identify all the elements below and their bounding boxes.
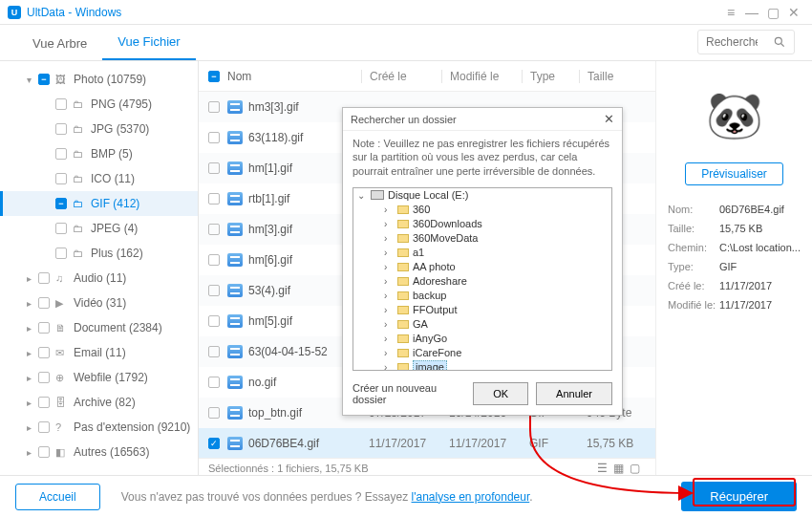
view-list-icon[interactable]: ☰ [597, 462, 608, 475]
preview-button[interactable]: Prévisualiser [685, 162, 783, 185]
dialog-folder-item[interactable]: ›FFOutput [353, 303, 611, 317]
svg-point-0 [775, 37, 781, 44]
app-logo-icon: U [8, 6, 21, 19]
row-checkbox[interactable] [208, 101, 220, 113]
file-icon [227, 223, 243, 236]
prev-created-label: Créé le: [668, 277, 717, 294]
file-icon [227, 437, 243, 450]
new-folder-link[interactable]: Créer un nouveau dossier [353, 382, 458, 405]
row-checkbox[interactable] [208, 346, 220, 357]
prev-modified-value: 11/17/2017 [719, 296, 801, 313]
select-all-checkbox[interactable] [208, 71, 220, 82]
tree-label: Photo (10759) [74, 73, 146, 86]
prev-size-value: 15,75 KB [719, 220, 801, 237]
bottom-bar: Accueil Vous n'avez pas trouvé vos donné… [0, 475, 812, 517]
dialog-folder-item[interactable]: ›iAnyGo [353, 332, 611, 346]
col-created[interactable]: Créé le [361, 70, 441, 83]
tree-cat-email[interactable]: ▸✉Email (11) [0, 340, 198, 365]
prev-modified-label: Modifié le: [668, 296, 717, 313]
row-checkbox[interactable] [208, 193, 220, 205]
row-checkbox[interactable] [208, 285, 220, 296]
preview-panel: 🐼 Prévisualiser Nom:06D76BE4.gif Taille:… [655, 61, 812, 477]
tree-item-plus[interactable]: 🗀Plus (162) [0, 241, 198, 266]
dialog-folder-item[interactable]: ›a1 [353, 246, 611, 260]
file-icon [227, 284, 243, 297]
sidebar-tree[interactable]: ▾🖼 Photo (10759) 🗀PNG (4795) 🗀JPG (5370)… [0, 61, 199, 477]
tree-cat-noext[interactable]: ▸?Pas d'extension (9210) [0, 415, 198, 440]
view-large-icon[interactable]: ▢ [630, 462, 640, 475]
search-box[interactable] [697, 30, 795, 54]
tree-item-jpg[interactable]: 🗀JPG (5370) [0, 117, 198, 141]
row-checkbox[interactable] [208, 377, 220, 388]
dialog-cancel-button[interactable]: Annuler [536, 382, 612, 405]
table-row[interactable]: 06D76BE4.gif11/17/201711/17/2017GIF15,75… [199, 428, 655, 458]
file-type: GIF [522, 437, 579, 450]
tree-root-photo[interactable]: ▾🖼 Photo (10759) [0, 67, 198, 92]
list-header: Nom Créé le Modifié le Type Taille [199, 61, 655, 92]
col-size[interactable]: Taille [579, 70, 646, 83]
dialog-drive-root[interactable]: ⌄Disque Local (E:) [353, 188, 611, 203]
col-modified[interactable]: Modifié le [441, 70, 522, 83]
file-icon [227, 131, 243, 144]
dialog-folder-item[interactable]: ›Adoreshare [353, 274, 611, 289]
row-checkbox[interactable] [208, 254, 220, 266]
dialog-title: Rechercher un dossier [351, 114, 457, 125]
file-icon [227, 192, 243, 205]
tree-item-gif[interactable]: 🗀GIF (412) [0, 191, 198, 216]
titlebar: U UltData - Windows ≡ — ▢ ✕ [0, 0, 812, 25]
dialog-note: Note : Veuillez ne pas enregistrer les f… [343, 131, 622, 183]
row-checkbox[interactable] [208, 407, 220, 419]
svg-line-1 [781, 44, 784, 47]
dialog-folder-item[interactable]: ›image [353, 360, 611, 371]
prev-size-label: Taille: [668, 220, 717, 237]
file-icon [227, 162, 243, 175]
row-checkbox[interactable] [208, 132, 220, 143]
tree-item-jpeg[interactable]: 🗀JPEG (4) [0, 216, 198, 241]
row-checkbox[interactable] [208, 224, 220, 235]
dialog-folder-item[interactable]: ›AA photo [353, 260, 611, 274]
tab-tree-view[interactable]: Vue Arbre [17, 27, 102, 60]
prev-path-label: Chemin: [668, 239, 717, 256]
file-size: 15,75 KB [579, 437, 646, 450]
prev-created-value: 11/17/2017 [719, 277, 801, 294]
tree-item-bmp[interactable]: 🗀BMP (5) [0, 141, 198, 166]
home-button[interactable]: Accueil [15, 484, 100, 510]
status-text: Sélectionnés : 1 fichiers, 15,75 KB [208, 463, 369, 474]
close-button[interactable]: ✕ [783, 2, 804, 23]
tree-cat-others[interactable]: ▸◧Autres (16563) [0, 440, 198, 464]
recover-button[interactable]: Récupérer [681, 482, 797, 511]
dialog-ok-button[interactable]: OK [473, 382, 528, 405]
status-bar: Sélectionnés : 1 fichiers, 15,75 KB ☰ ▦ … [199, 458, 655, 477]
deep-scan-link[interactable]: l'analyse en profondeur [412, 490, 530, 504]
tree-item-png[interactable]: 🗀PNG (4795) [0, 92, 198, 117]
dialog-folder-item[interactable]: ›iCareFone [353, 346, 611, 360]
col-type[interactable]: Type [522, 70, 579, 83]
row-checkbox[interactable] [208, 438, 220, 449]
row-checkbox[interactable] [208, 162, 220, 174]
maximize-button[interactable]: ▢ [762, 2, 783, 23]
dialog-folder-item[interactable]: ›GA [353, 317, 611, 332]
tree-cat-webfile[interactable]: ▸⊕Webfile (1792) [0, 365, 198, 390]
row-checkbox[interactable] [208, 315, 220, 327]
dialog-folder-item[interactable]: ›360Downloads [353, 217, 611, 231]
tree-cat-document[interactable]: ▸🗎Document (2384) [0, 315, 198, 340]
tab-file-view[interactable]: Vue Fichier [102, 25, 195, 60]
dialog-folder-item[interactable]: ›360 [353, 203, 611, 217]
tree-cat-video[interactable]: ▸▶Vidéo (31) [0, 291, 198, 315]
file-icon [227, 100, 243, 114]
menu-icon[interactable]: ≡ [720, 2, 741, 23]
tree-cat-archive[interactable]: ▸🗄Archive (82) [0, 390, 198, 415]
dialog-folder-item[interactable]: ›360MoveData [353, 231, 611, 246]
dialog-folder-item[interactable]: ›backup [353, 289, 611, 303]
dialog-close-icon[interactable]: ✕ [604, 112, 614, 126]
prev-type-label: Type: [668, 258, 717, 275]
tree-item-ico[interactable]: 🗀ICO (11) [0, 166, 198, 191]
search-input[interactable] [698, 35, 765, 49]
file-icon [227, 376, 243, 389]
dialog-folder-tree[interactable]: ⌄Disque Local (E:) ›360›360Downloads›360… [353, 187, 612, 371]
tree-cat-audio[interactable]: ▸♫Audio (11) [0, 266, 198, 291]
view-grid-icon[interactable]: ▦ [613, 462, 624, 475]
search-icon[interactable] [765, 35, 794, 49]
minimize-button[interactable]: — [741, 2, 762, 23]
col-name[interactable]: Nom [227, 70, 361, 83]
